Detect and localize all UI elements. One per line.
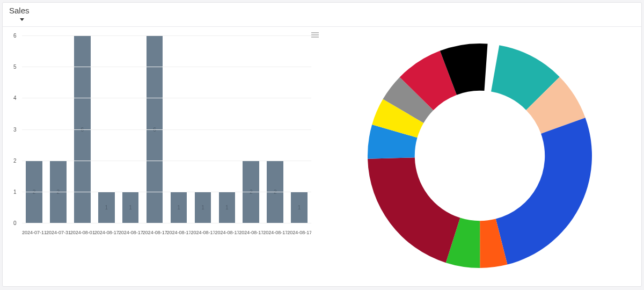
gridline	[22, 223, 311, 223]
y-tick-label: 4	[13, 95, 17, 101]
card-title: Sales	[9, 6, 635, 15]
y-tick-label: 6	[13, 33, 17, 39]
bar-value-label: 1	[298, 204, 301, 210]
bar: 1	[122, 192, 139, 223]
sales-donut-chart	[362, 38, 598, 274]
bar-value-label: 1	[105, 204, 108, 210]
card-header: Sales	[3, 3, 641, 27]
x-tick-label: 2024-08-17	[287, 230, 311, 235]
y-tick-label: 1	[13, 189, 17, 194]
chart-menu-icon[interactable]	[311, 31, 319, 39]
donut-slice	[368, 157, 460, 263]
x-tick-label: 2024-07-31	[46, 230, 70, 235]
y-tick-label: 0	[13, 220, 17, 226]
x-tick-label: 2024-08-17	[239, 230, 263, 235]
gridline	[22, 161, 311, 161]
donut-chart-pane	[322, 30, 637, 281]
bar-value-label: 1	[177, 204, 180, 210]
gridline	[22, 35, 311, 36]
gridline	[22, 192, 311, 192]
bar: 1	[171, 192, 187, 223]
y-tick-label: 5	[13, 64, 17, 70]
x-tick-label: 2024-08-17	[143, 230, 167, 235]
gridline	[22, 98, 311, 98]
gridline	[22, 129, 311, 130]
sales-bar-chart: 226116111221 0123456 2024-07-112024-07-3…	[12, 35, 311, 238]
bar: 1	[195, 192, 211, 223]
x-tick-label: 2024-08-17	[215, 230, 239, 235]
x-tick-label: 2024-08-01	[70, 230, 94, 235]
bar: 1	[219, 192, 236, 223]
x-tick-label: 2024-08-17	[119, 230, 143, 235]
y-tick-label: 2	[13, 157, 17, 163]
card-body: 226116111221 0123456 2024-07-112024-07-3…	[3, 27, 641, 286]
x-tick-label: 2024-08-17	[191, 230, 215, 235]
bar: 1	[291, 192, 308, 223]
y-tick-label: 3	[13, 126, 17, 132]
dropdown-caret-icon[interactable]	[20, 18, 24, 21]
x-tick-label: 2024-07-11	[22, 230, 46, 235]
sales-card: Sales 226116111221 0123456 2024-07-11202…	[2, 2, 642, 287]
x-tick-label: 2024-08-17	[263, 230, 287, 235]
bar-chart-pane: 226116111221 0123456 2024-07-112024-07-3…	[7, 30, 322, 281]
x-tick-label: 2024-08-17	[94, 230, 119, 235]
bar: 1	[98, 192, 115, 223]
x-tick-label: 2024-08-17	[167, 230, 191, 235]
bar-value-label: 1	[225, 204, 229, 210]
bar-value-label: 1	[201, 204, 204, 210]
donut-slice	[495, 118, 591, 264]
gridline	[22, 67, 311, 67]
bar-value-label: 1	[129, 204, 132, 210]
